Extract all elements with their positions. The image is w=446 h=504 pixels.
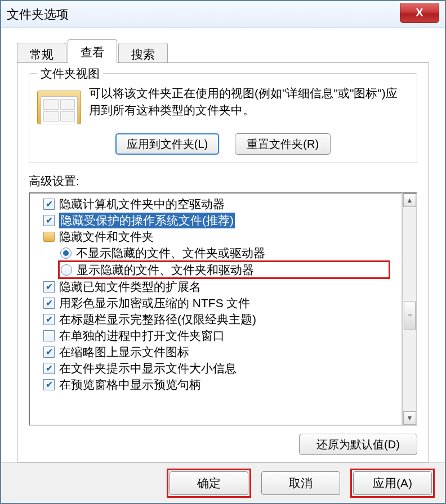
checkbox-icon [43, 281, 55, 292]
opt-separate-process[interactable]: 在单独的进程中打开文件夹窗口 [30, 327, 402, 344]
highlight-ok: 确定 [167, 469, 251, 498]
reset-folders-button[interactable]: 重置文件夹(R) [235, 133, 331, 155]
tab-search[interactable]: 搜索 [118, 43, 168, 63]
cancel-button[interactable]: 取消 [261, 471, 340, 495]
checkbox-icon [43, 215, 55, 226]
close-icon: X [416, 6, 423, 19]
opt-dont-show-hidden[interactable]: 不显示隐藏的文件、文件夹或驱动器 [30, 245, 402, 261]
folder-options-window: 文件夹选项 X 常规 查看 搜索 文件夹视图 可以将该文件夹正在使用的视图(例如… [0, 0, 446, 504]
window-title: 文件夹选项 [7, 6, 400, 23]
tab-general[interactable]: 常规 [17, 43, 66, 63]
opt-show-hidden[interactable]: 显示隐藏的文件、文件夹和驱动器 [58, 260, 390, 279]
content-area: 常规 查看 搜索 文件夹视图 可以将该文件夹正在使用的视图(例如"详细信息"或"… [1, 28, 445, 462]
folder-view-group: 文件夹视图 可以将该文件夹正在使用的视图(例如"详细信息"或"图标")应用到所有… [29, 73, 417, 163]
opt-folder-size-tips[interactable]: 在文件夹提示中显示文件大小信息 [30, 360, 402, 376]
tabpanel-view: 文件夹视图 可以将该文件夹正在使用的视图(例如"详细信息"或"图标")应用到所有… [17, 62, 429, 462]
folder-view-row: 可以将该文件夹正在使用的视图(例如"详细信息"或"图标")应用到所有这种类型的文… [37, 85, 409, 128]
checkbox-icon [43, 314, 55, 325]
highlight-apply: 应用(A) [350, 469, 435, 498]
restore-row: 还原为默认值(D) [29, 434, 417, 455]
titlebar: 文件夹选项 X [1, 1, 445, 28]
advanced-treeview[interactable]: 隐藏计算机文件夹中的空驱动器 隐藏受保护的操作系统文件(推荐) 隐藏文件和文件夹… [29, 192, 403, 426]
cancel-wrap: 取消 [261, 471, 340, 495]
advanced-container: 隐藏计算机文件夹中的空驱动器 隐藏受保护的操作系统文件(推荐) 隐藏文件和文件夹… [29, 192, 417, 426]
close-button[interactable]: X [400, 3, 439, 23]
checkbox-icon [43, 298, 55, 309]
opt-full-path-titlebar[interactable]: 在标题栏显示完整路径(仅限经典主题) [30, 311, 402, 327]
opt-thumbnail-icons[interactable]: 在缩略图上显示文件图标 [30, 344, 402, 360]
folder-icon [37, 88, 81, 128]
scroll-thumb[interactable] [404, 301, 416, 330]
scroll-track[interactable] [403, 207, 416, 411]
checkbox-icon [43, 363, 55, 374]
folder-view-buttons: 应用到文件夹(L) 重置文件夹(R) [37, 133, 409, 155]
opt-hide-protected-os-files[interactable]: 隐藏受保护的操作系统文件(推荐) [30, 212, 402, 228]
tab-strip: 常规 查看 搜索 [17, 39, 429, 63]
opt-hide-empty-drives[interactable]: 隐藏计算机文件夹中的空驱动器 [30, 196, 402, 212]
opt-color-ntfs[interactable]: 用彩色显示加密或压缩的 NTFS 文件 [30, 295, 402, 311]
dialog-button-bar: 确定 取消 应用(A) [1, 462, 445, 503]
apply-to-folders-button[interactable]: 应用到文件夹(L) [115, 133, 219, 155]
checkbox-icon [43, 346, 55, 358]
ok-button[interactable]: 确定 [170, 471, 248, 495]
advanced-label: 高级设置: [29, 173, 417, 189]
opt-preview-handlers[interactable]: 在预览窗格中显示预览句柄 [30, 376, 402, 393]
opt-hidden-files-folder[interactable]: 隐藏文件和文件夹 [30, 228, 402, 245]
radio-icon [61, 264, 72, 276]
folder-view-legend: 文件夹视图 [37, 66, 103, 82]
tab-view[interactable]: 查看 [68, 39, 117, 63]
scroll-down-icon[interactable]: ▼ [403, 411, 416, 425]
folder-view-desc: 可以将该文件夹正在使用的视图(例如"详细信息"或"图标")应用到所有这种类型的文… [89, 85, 409, 119]
checkbox-icon [43, 199, 55, 210]
treeview-scrollbar[interactable]: ▲ ▼ [403, 192, 417, 426]
checkbox-icon [43, 330, 55, 341]
restore-defaults-button[interactable]: 还原为默认值(D) [299, 434, 417, 455]
checkbox-icon [43, 379, 55, 390]
folder-icon [43, 232, 55, 242]
radio-icon [60, 248, 72, 259]
opt-hide-extensions[interactable]: 隐藏已知文件类型的扩展名 [30, 278, 402, 295]
apply-button[interactable]: 应用(A) [353, 471, 432, 495]
scroll-up-icon[interactable]: ▲ [403, 194, 416, 207]
